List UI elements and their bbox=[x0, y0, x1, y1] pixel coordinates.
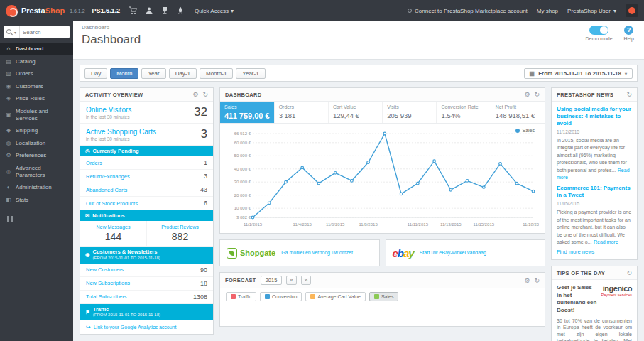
help-icon[interactable]: ? bbox=[624, 26, 633, 35]
breadcrumb[interactable]: Dashboard bbox=[82, 24, 635, 31]
filter-day-1-button[interactable]: Day-1 bbox=[169, 68, 197, 79]
help-label: Help bbox=[624, 36, 634, 41]
online-visitors-link[interactable]: Online Visitors bbox=[86, 106, 131, 114]
chart-legend[interactable]: Sales bbox=[515, 128, 535, 133]
ingenico-logo: ingenico Payment services bbox=[601, 284, 632, 314]
search-input[interactable] bbox=[20, 29, 59, 36]
sidebar-item-stats[interactable]: ◧Stats bbox=[0, 194, 73, 207]
refresh-icon[interactable]: ↻ bbox=[626, 91, 632, 98]
sidebar-item-price-rules[interactable]: ◈Price Rules bbox=[0, 92, 73, 105]
filter-month-1-button[interactable]: Month-1 bbox=[200, 68, 233, 79]
sidebar-item-orders[interactable]: ▧Orders bbox=[0, 67, 73, 80]
cogs-icon: ◎ bbox=[5, 168, 12, 175]
kpi-sales[interactable]: Sales411 759,00 € bbox=[220, 102, 275, 123]
forecast-tab-traffic[interactable]: Traffic bbox=[226, 292, 256, 301]
shopgate-link[interactable]: Ga mobiel en verhoog uw omzet bbox=[281, 249, 353, 256]
trophy-icon[interactable] bbox=[160, 6, 169, 15]
my-shop-label: My shop bbox=[537, 8, 558, 14]
sidebar-item-label: Orders bbox=[16, 70, 33, 77]
find-more-news-link[interactable]: Find more news bbox=[557, 249, 594, 255]
tips-panel-title: Tips of the day bbox=[557, 270, 605, 276]
news-article-title-link[interactable]: Using social media for your business: 4 … bbox=[557, 106, 632, 127]
marketplace-link[interactable]: Connect to PrestaShop Marketplace accoun… bbox=[408, 8, 528, 14]
kpi-net-profit[interactable]: Net Profit148 918,51 € bbox=[491, 102, 545, 123]
news-article-title-link[interactable]: Ecommerce 101: Payments in a Tweet bbox=[557, 185, 632, 199]
rocket-icon[interactable] bbox=[176, 6, 185, 15]
sidebar-item-administration[interactable]: ◐Administration bbox=[0, 181, 73, 194]
forecast-year-select[interactable]: 2015 bbox=[261, 276, 283, 285]
product-reviews-link[interactable]: Product Reviews bbox=[148, 224, 212, 229]
refresh-icon[interactable]: ↻ bbox=[202, 91, 208, 98]
forecast-next-button[interactable]: » bbox=[301, 276, 311, 285]
sidebar-item-customers[interactable]: ◉Customers bbox=[0, 80, 73, 93]
my-shop-link[interactable]: My shop bbox=[537, 8, 558, 14]
pending-orders-link[interactable]: Orders bbox=[86, 160, 102, 166]
pending-section-title: Currently Pending bbox=[93, 148, 139, 154]
search-scope-selector[interactable]: ▾ bbox=[4, 26, 20, 38]
forecast-tab-average-cart-value[interactable]: Average Cart Value bbox=[305, 292, 365, 301]
kpi-label: Visits bbox=[387, 104, 432, 109]
ebay-link[interactable]: Start uw eBay-winkel vandaag bbox=[420, 249, 486, 256]
gear-icon[interactable]: ⚙ bbox=[524, 277, 530, 284]
kpi-cart-value[interactable]: Cart Value129,44 € bbox=[329, 102, 383, 123]
new-subscriptions-link[interactable]: New Subscriptions bbox=[86, 280, 130, 286]
user-menu[interactable]: PrestaShop User ▾ bbox=[567, 8, 616, 14]
new-messages-link[interactable]: New Messages bbox=[82, 224, 145, 229]
customers-row-subscriptions: New Subscriptions18 bbox=[80, 277, 213, 291]
refresh-icon[interactable]: ↻ bbox=[534, 91, 540, 98]
bar-chart-icon: ◧ bbox=[5, 197, 12, 204]
forecast-tabs: Traffic Conversion Average Cart Value Sa… bbox=[220, 288, 545, 305]
pending-returns-link[interactable]: Return/Exchanges bbox=[86, 173, 130, 180]
sidebar-item-shipping[interactable]: ◆Shipping bbox=[0, 124, 73, 137]
sidebar-item-localization[interactable]: ◍Localization bbox=[0, 137, 73, 150]
out-of-stock-link[interactable]: Out of Stock Products bbox=[86, 200, 138, 207]
forecast-prev-button[interactable]: « bbox=[286, 276, 296, 285]
activity-overview-panel: Activity overview ⚙↻ Online Visitors in … bbox=[80, 87, 214, 335]
date-range-picker[interactable]: ▦ From 2015-11-01 To 2015-11-18 ▾ bbox=[524, 68, 633, 79]
demo-mode-toggle[interactable] bbox=[589, 26, 608, 35]
forecast-panel: Forecast 2015 « » ⚙↻ Traffic Conversion … bbox=[219, 272, 545, 327]
active-carts-value: 3 bbox=[201, 127, 207, 141]
refresh-icon[interactable]: ↻ bbox=[534, 277, 540, 284]
sidebar: ▾ ⌂Dashboard ▤Catalog ▧Orders ◉Customers… bbox=[0, 21, 73, 341]
prestashop-brand[interactable]: PrestaShop 1.6.1.2 bbox=[6, 5, 85, 17]
sidebar-item-dashboard[interactable]: ⌂Dashboard bbox=[0, 43, 73, 55]
shop-name[interactable]: PS1.6.1.2 bbox=[92, 7, 121, 14]
kpi-conversion-rate[interactable]: Conversion Rate1.54% bbox=[437, 102, 491, 123]
google-analytics-link[interactable]: Link to your Google Analytics account bbox=[94, 325, 177, 330]
sidebar-item-label: Administration bbox=[16, 184, 52, 191]
read-more-link[interactable]: Read more bbox=[594, 239, 618, 244]
filter-year-1-button[interactable]: Year-1 bbox=[236, 68, 265, 79]
refresh-icon[interactable]: ↻ bbox=[626, 269, 632, 276]
active-carts-link[interactable]: Active Shopping Carts bbox=[86, 128, 156, 136]
filter-day-button[interactable]: Day bbox=[84, 68, 107, 79]
kpi-visits[interactable]: Visits205 939 bbox=[383, 102, 437, 123]
sidebar-item-catalog[interactable]: ▤Catalog bbox=[0, 55, 73, 68]
total-subscribers-link[interactable]: Total Subscribers bbox=[86, 293, 127, 300]
customers-icon: ◉ bbox=[85, 251, 90, 258]
sidebar-item-modules[interactable]: ▣Modules and Services bbox=[0, 105, 73, 124]
forecast-tab-sales[interactable]: Sales bbox=[369, 292, 399, 301]
kpi-orders[interactable]: Orders3 181 bbox=[275, 102, 329, 123]
gear-icon[interactable]: ⚙ bbox=[192, 91, 198, 98]
quick-access-menu[interactable]: Quick Access ▾ bbox=[195, 8, 234, 14]
collapse-sidebar-icon[interactable] bbox=[7, 216, 73, 222]
filter-month-button[interactable]: Month bbox=[110, 68, 138, 79]
sidebar-item-label: Modules and Services bbox=[16, 108, 68, 121]
svg-text:11/4/2015: 11/4/2015 bbox=[293, 222, 312, 227]
sidebar-item-preferences[interactable]: ⚙Preferences bbox=[0, 149, 73, 162]
forecast-tab-conversion[interactable]: Conversion bbox=[260, 292, 302, 301]
customers-icon[interactable] bbox=[145, 6, 153, 15]
abandoned-carts-link[interactable]: Abandoned Carts bbox=[86, 187, 127, 193]
svg-text:10 000 €: 10 000 € bbox=[234, 206, 251, 210]
cart-icon[interactable] bbox=[129, 6, 138, 15]
svg-text:11/18/2015: 11/18/2015 bbox=[523, 222, 539, 227]
customers-row-subscribers: Total Subscribers1308 bbox=[80, 291, 213, 304]
filter-year-button[interactable]: Year bbox=[141, 68, 165, 79]
svg-text:11/8/2015: 11/8/2015 bbox=[359, 222, 378, 227]
home-icon: ⌂ bbox=[5, 45, 12, 53]
gear-icon[interactable]: ⚙ bbox=[524, 91, 530, 98]
user-avatar[interactable] bbox=[626, 4, 638, 17]
new-customers-link[interactable]: New Customers bbox=[86, 266, 124, 273]
sidebar-item-advanced-parameters[interactable]: ◎Advanced Parameters bbox=[0, 162, 73, 181]
